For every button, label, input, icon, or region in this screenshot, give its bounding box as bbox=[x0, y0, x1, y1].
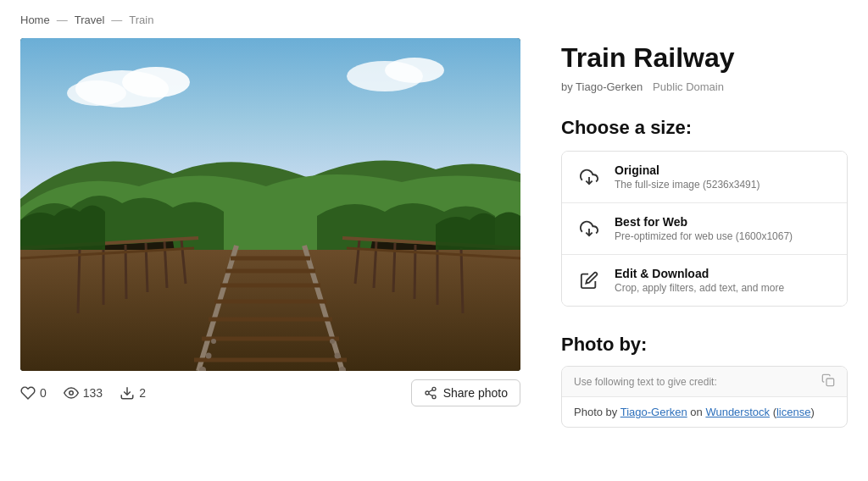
photo-container bbox=[20, 38, 520, 371]
photo-author: by Tiago-Gerken bbox=[561, 80, 643, 93]
download-count: 2 bbox=[139, 386, 146, 400]
credit-box: Use following text to give credit: Photo… bbox=[561, 366, 848, 428]
edit-option-text: Edit & Download Crop, apply filters, add… bbox=[615, 267, 784, 294]
heart-icon bbox=[20, 385, 36, 401]
svg-line-38 bbox=[428, 390, 432, 392]
credit-header: Use following text to give credit: bbox=[562, 367, 847, 397]
like-button[interactable]: 0 bbox=[20, 385, 47, 401]
svg-rect-41 bbox=[826, 379, 834, 386]
credit-hint: Use following text to give credit: bbox=[574, 376, 717, 388]
like-count: 0 bbox=[40, 386, 47, 400]
original-desc: The full-size image (5236x3491) bbox=[615, 179, 760, 191]
web-desc: Pre-optimized for web use (1600x1067) bbox=[615, 230, 793, 242]
svg-point-5 bbox=[385, 58, 444, 83]
edit-name: Edit & Download bbox=[615, 267, 784, 280]
breadcrumb-current: Train bbox=[129, 14, 153, 26]
edit-pencil-icon bbox=[576, 267, 603, 294]
original-option-text: Original The full-size image (5236x3491) bbox=[615, 163, 760, 191]
size-option-web[interactable]: Best for Web Pre-optimized for web use (… bbox=[562, 203, 847, 255]
credit-body: Photo by Tiago-Gerken on Wunderstock (li… bbox=[562, 397, 847, 427]
size-option-original[interactable]: Original The full-size image (5236x3491) bbox=[562, 152, 847, 203]
breadcrumb-travel[interactable]: Travel bbox=[75, 14, 105, 26]
svg-point-28 bbox=[211, 339, 216, 344]
breadcrumb-sep-2: — bbox=[111, 14, 122, 26]
size-section-heading: Choose a size: bbox=[561, 117, 848, 139]
original-name: Original bbox=[615, 163, 760, 177]
size-options-list: Original The full-size image (5236x3491) bbox=[561, 151, 848, 307]
right-column: Train Railway by Tiago-Gerken Public Dom… bbox=[561, 38, 848, 428]
share-photo-button[interactable]: Share photo bbox=[411, 379, 520, 406]
photo-meta: by Tiago-Gerken Public Domain bbox=[561, 80, 848, 93]
svg-point-32 bbox=[70, 391, 74, 395]
share-label: Share photo bbox=[443, 386, 508, 400]
svg-rect-6 bbox=[20, 250, 520, 371]
breadcrumb: Home — Travel — Train bbox=[20, 14, 848, 26]
svg-line-37 bbox=[428, 394, 432, 396]
photo-by-heading: Photo by: bbox=[561, 334, 848, 356]
credit-middle: on bbox=[687, 406, 706, 418]
view-count-item: 133 bbox=[64, 385, 103, 401]
eye-icon bbox=[64, 385, 79, 401]
download-icon bbox=[120, 385, 135, 401]
photo-license: Public Domain bbox=[653, 80, 724, 93]
breadcrumb-home[interactable]: Home bbox=[20, 14, 50, 26]
svg-line-25 bbox=[461, 248, 463, 313]
photo-title: Train Railway bbox=[561, 41, 848, 74]
svg-point-35 bbox=[426, 391, 429, 395]
photo-actions-bar: 0 133 2 bbox=[20, 371, 520, 415]
edit-desc: Crop, apply filters, add text, and more bbox=[615, 282, 784, 294]
svg-point-2 bbox=[122, 67, 190, 97]
download-count-item: 2 bbox=[120, 385, 146, 401]
web-download-icon bbox=[576, 215, 603, 242]
copy-button[interactable] bbox=[821, 373, 835, 390]
left-column: 0 133 2 bbox=[20, 38, 520, 415]
share-icon bbox=[424, 386, 437, 400]
size-option-edit[interactable]: Edit & Download Crop, apply filters, add… bbox=[562, 255, 847, 306]
credit-author-link[interactable]: Tiago-Gerken bbox=[620, 406, 687, 418]
credit-license-link[interactable]: license bbox=[776, 406, 810, 418]
breadcrumb-sep-1: — bbox=[57, 14, 68, 26]
svg-point-27 bbox=[206, 353, 212, 359]
svg-point-30 bbox=[335, 353, 341, 359]
svg-point-34 bbox=[432, 387, 436, 390]
credit-site-link[interactable]: Wunderstock bbox=[705, 406, 770, 418]
web-name: Best for Web bbox=[615, 215, 793, 229]
svg-point-3 bbox=[67, 80, 126, 106]
photo-by-section: Photo by: Use following text to give cre… bbox=[561, 334, 848, 428]
svg-point-31 bbox=[330, 339, 335, 344]
main-layout: 0 133 2 bbox=[20, 38, 848, 428]
credit-prefix: Photo by bbox=[574, 406, 620, 418]
svg-line-19 bbox=[78, 248, 80, 313]
original-download-icon bbox=[576, 163, 603, 191]
view-count: 133 bbox=[83, 386, 103, 400]
svg-point-36 bbox=[432, 395, 436, 399]
web-option-text: Best for Web Pre-optimized for web use (… bbox=[615, 215, 793, 242]
